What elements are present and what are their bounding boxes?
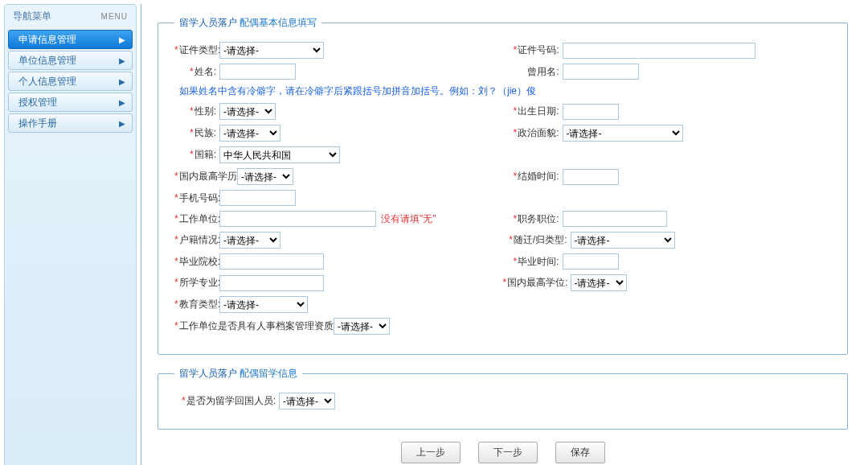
save-button[interactable]: 保存 bbox=[555, 442, 605, 463]
company-hint: 没有请填"无" bbox=[381, 212, 436, 226]
sidebar-title: 导航菜单 bbox=[13, 10, 51, 23]
label-edu-type: *教育类型: bbox=[174, 298, 219, 311]
sidebar: 导航菜单 MENU 申请信息管理 ▶ 单位信息管理 ▶ 个人信息管理 ▶ 授权管… bbox=[4, 4, 137, 465]
sidebar-item-apply[interactable]: 申请信息管理 ▶ bbox=[8, 30, 133, 49]
label-major: *所学专业: bbox=[174, 276, 219, 290]
select-archive[interactable]: -请选择- bbox=[334, 318, 390, 335]
select-edu-cn[interactable]: -请选择- bbox=[237, 168, 293, 185]
label-birth: *出生日期: bbox=[503, 105, 563, 118]
label-doc-no: *证件号码: bbox=[503, 43, 563, 57]
input-mobile[interactable] bbox=[219, 190, 296, 206]
label-former-name: 曾用名: bbox=[503, 65, 563, 79]
label-mobile: *手机号码: bbox=[174, 191, 219, 205]
section-legend-2: 留学人员落户 配偶留学信息 bbox=[174, 367, 302, 381]
select-gender[interactable]: -请选择- bbox=[219, 103, 276, 120]
label-is-overseas: *是否为留学回国人员: bbox=[174, 394, 279, 408]
sidebar-item-label: 个人信息管理 bbox=[18, 75, 76, 88]
label-polit: *政治面貌: bbox=[503, 126, 563, 140]
label-position: *职务职位: bbox=[503, 212, 563, 226]
sidebar-item-label: 单位信息管理 bbox=[18, 54, 76, 68]
label-edu-cn: *国内最高学历: bbox=[174, 170, 237, 183]
select-edu-type[interactable]: -请选择- bbox=[219, 296, 308, 313]
input-birth[interactable] bbox=[563, 104, 619, 120]
main-content: 留学人员落户 配偶基本信息填写 *证件类型: -请选择- *证件号码: *姓名: bbox=[141, 4, 864, 465]
label-migrate: *随迁/归类型: bbox=[503, 233, 571, 247]
legend-part-b: 配偶基本信息填写 bbox=[240, 17, 317, 28]
prev-button[interactable]: 上一步 bbox=[401, 442, 461, 463]
input-doc-no[interactable] bbox=[563, 43, 755, 59]
chevron-right-icon: ▶ bbox=[119, 98, 125, 107]
label-ethnic: *民族: bbox=[174, 126, 219, 140]
legend2-part-a: 留学人员落户 bbox=[179, 368, 237, 379]
select-nation[interactable]: 中华人民共和国 bbox=[219, 146, 340, 163]
button-row: 上一步 下一步 保存 bbox=[158, 442, 848, 463]
sidebar-item-unit[interactable]: 单位信息管理 ▶ bbox=[8, 51, 133, 70]
sidebar-header: 导航菜单 MENU bbox=[5, 5, 136, 28]
section-legend: 留学人员落户 配偶基本信息填写 bbox=[174, 16, 321, 30]
input-company[interactable] bbox=[219, 211, 376, 227]
next-button[interactable]: 下一步 bbox=[478, 442, 538, 463]
section-spouse-basic: 留学人员落户 配偶基本信息填写 *证件类型: -请选择- *证件号码: *姓名: bbox=[158, 16, 848, 355]
select-polit[interactable]: -请选择- bbox=[563, 125, 683, 142]
label-nation: *国籍: bbox=[174, 148, 219, 162]
label-company: *工作单位: bbox=[174, 212, 219, 226]
input-major[interactable] bbox=[219, 275, 324, 291]
input-marry-time[interactable] bbox=[563, 169, 619, 185]
select-doc-type[interactable]: -请选择- bbox=[219, 42, 324, 59]
chevron-right-icon: ▶ bbox=[119, 119, 125, 128]
label-archive: *工作单位是否具有人事档案管理资质: bbox=[174, 319, 334, 333]
sidebar-item-label: 操作手册 bbox=[18, 117, 57, 130]
select-is-overseas[interactable]: -请选择- bbox=[279, 393, 335, 409]
sidebar-item-personal[interactable]: 个人信息管理 ▶ bbox=[8, 72, 133, 91]
section-spouse-overseas: 留学人员落户 配偶留学信息 *是否为留学回国人员: -请选择- bbox=[158, 367, 848, 430]
input-school[interactable] bbox=[219, 253, 324, 270]
select-degree-cn[interactable]: -请选择- bbox=[571, 274, 627, 291]
input-former-name[interactable] bbox=[563, 64, 639, 80]
label-gender: *性别: bbox=[174, 105, 219, 118]
label-marry-time: *结婚时间: bbox=[503, 170, 563, 183]
sidebar-menu-label: MENU bbox=[101, 12, 128, 21]
select-migrate[interactable]: -请选择- bbox=[571, 232, 675, 249]
name-hint: 如果姓名中含有冷僻字，请在冷僻字后紧跟括号加拼音加括号。例如：刘？（jie）俊 bbox=[179, 84, 536, 98]
chevron-right-icon: ▶ bbox=[119, 77, 125, 86]
label-doc-type: *证件类型: bbox=[174, 43, 219, 57]
label-name: *姓名: bbox=[174, 65, 219, 79]
input-position[interactable] bbox=[563, 211, 667, 227]
select-hukou[interactable]: -请选择- bbox=[219, 232, 280, 249]
label-grad-time: *毕业时间: bbox=[503, 255, 563, 269]
chevron-right-icon: ▶ bbox=[119, 35, 125, 44]
legend2-part-b: 配偶留学信息 bbox=[240, 368, 297, 379]
label-degree-cn: *国内最高学位: bbox=[503, 276, 571, 290]
sidebar-item-label: 申请信息管理 bbox=[18, 33, 76, 47]
sidebar-item-auth[interactable]: 授权管理 ▶ bbox=[8, 93, 133, 112]
input-grad-time[interactable] bbox=[563, 253, 619, 270]
sidebar-item-label: 授权管理 bbox=[18, 96, 57, 109]
label-hukou: *户籍情况: bbox=[174, 233, 219, 247]
input-name[interactable] bbox=[219, 64, 296, 80]
label-school: *毕业院校: bbox=[174, 255, 219, 269]
legend-part-a: 留学人员落户 bbox=[179, 17, 237, 28]
select-ethnic[interactable]: -请选择- bbox=[219, 125, 280, 142]
chevron-right-icon: ▶ bbox=[119, 56, 125, 65]
sidebar-item-manual[interactable]: 操作手册 ▶ bbox=[8, 113, 133, 133]
